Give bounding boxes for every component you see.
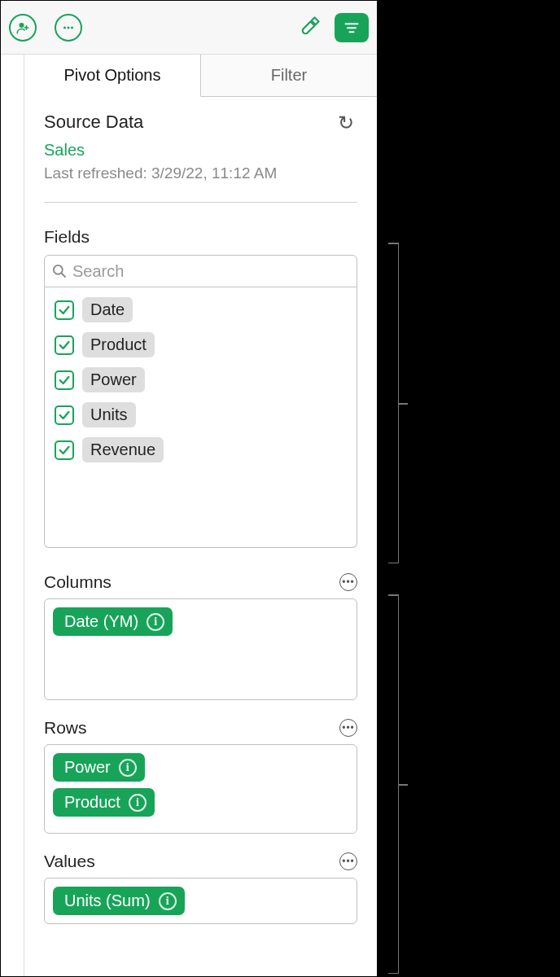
field-chip-power[interactable]: Power xyxy=(82,367,145,392)
info-icon[interactable]: i xyxy=(147,613,164,631)
fields-search-input[interactable] xyxy=(72,262,350,281)
callout-bracket-fields xyxy=(383,243,399,563)
check-icon xyxy=(58,374,71,387)
field-item-units: Units xyxy=(55,402,347,427)
svg-point-1 xyxy=(63,26,66,28)
divider xyxy=(44,202,357,203)
field-item-revenue: Revenue xyxy=(55,437,347,462)
source-data-title: Source Data xyxy=(44,112,143,133)
chip-label: Power xyxy=(64,758,111,777)
rows-dropzone[interactable]: Power i Product i xyxy=(44,744,357,834)
tab-bar: Pivot Options Filter xyxy=(24,55,377,97)
paintbrush-icon xyxy=(296,15,321,40)
check-icon xyxy=(58,444,71,457)
app-window: Pivot Options Filter Source Data ↻ Sales… xyxy=(0,0,378,977)
rows-more-button[interactable]: ••• xyxy=(339,719,357,737)
canvas-sliver xyxy=(1,55,24,976)
fields-heading: Fields xyxy=(44,227,357,247)
fields-search[interactable] xyxy=(44,255,357,287)
info-icon[interactable]: i xyxy=(159,892,177,910)
tab-pivot-options[interactable]: Pivot Options xyxy=(24,55,201,97)
chip-label: Product xyxy=(64,793,120,812)
field-chip-date[interactable]: Date xyxy=(82,297,133,322)
tab-filter[interactable]: Filter xyxy=(201,55,377,97)
chip-label: Units (Sum) xyxy=(64,892,151,910)
field-checkbox-power[interactable] xyxy=(55,370,74,390)
ellipsis-icon: ••• xyxy=(342,856,355,867)
fields-list: Date Product Power xyxy=(44,287,357,548)
field-checkbox-product[interactable] xyxy=(55,335,74,355)
row-chip-power[interactable]: Power i xyxy=(53,753,145,782)
value-chip-units-sum[interactable]: Units (Sum) i xyxy=(53,887,185,915)
field-chip-product[interactable]: Product xyxy=(82,332,155,357)
row-chip-product[interactable]: Product i xyxy=(53,788,155,817)
ellipsis-icon: ••• xyxy=(342,576,355,588)
more-actions-button[interactable] xyxy=(55,14,82,42)
field-chip-units[interactable]: Units xyxy=(82,402,136,427)
toolbar-left xyxy=(9,14,82,42)
organize-panel-button[interactable] xyxy=(335,13,369,42)
field-item-power: Power xyxy=(55,367,347,392)
svg-rect-6 xyxy=(349,31,355,33)
source-data-header: Source Data ↻ xyxy=(44,112,357,138)
last-refreshed-label: Last refreshed: 3/29/22, 11:12 AM xyxy=(44,164,357,182)
info-icon[interactable]: i xyxy=(129,794,147,812)
refresh-button[interactable]: ↻ xyxy=(335,112,357,134)
svg-point-0 xyxy=(20,23,24,28)
field-chip-revenue[interactable]: Revenue xyxy=(82,437,164,462)
values-dropzone[interactable]: Units (Sum) i xyxy=(44,878,357,924)
check-icon xyxy=(58,304,71,317)
refresh-icon: ↻ xyxy=(338,112,354,134)
svg-rect-5 xyxy=(347,27,357,28)
svg-point-3 xyxy=(71,26,73,28)
panel-content: Source Data ↻ Sales Last refreshed: 3/29… xyxy=(24,97,377,976)
info-icon[interactable]: i xyxy=(119,759,137,777)
check-icon xyxy=(58,339,71,352)
search-icon xyxy=(51,263,68,279)
column-chip-date-ym[interactable]: Date (YM) i xyxy=(53,607,173,636)
rows-heading: Rows xyxy=(44,718,87,738)
callout-bracket-areas xyxy=(383,594,399,974)
values-heading: Values xyxy=(44,852,95,871)
columns-heading: Columns xyxy=(44,572,112,592)
sidebar-panel: Pivot Options Filter Source Data ↻ Sales… xyxy=(24,55,377,976)
ellipsis-icon xyxy=(61,20,76,35)
add-collaborator-button[interactable] xyxy=(9,14,37,42)
field-checkbox-revenue[interactable] xyxy=(55,440,74,460)
ellipsis-icon: ••• xyxy=(342,722,355,734)
chip-label: Date (YM) xyxy=(64,612,138,631)
columns-more-button[interactable]: ••• xyxy=(339,573,357,591)
svg-line-8 xyxy=(62,274,66,278)
values-more-button[interactable]: ••• xyxy=(339,852,357,870)
columns-section: Columns ••• Date (YM) i xyxy=(44,572,357,700)
svg-point-2 xyxy=(68,26,70,28)
columns-dropzone[interactable]: Date (YM) i xyxy=(44,598,357,700)
field-item-product: Product xyxy=(55,332,347,357)
check-icon xyxy=(58,409,71,422)
toolbar-right xyxy=(294,13,369,42)
rows-section: Rows ••• Power i Product i xyxy=(44,718,357,834)
toolbar xyxy=(1,1,377,55)
field-item-date: Date xyxy=(55,297,347,322)
format-button[interactable] xyxy=(294,13,323,42)
field-checkbox-units[interactable] xyxy=(55,405,74,425)
filter-lines-icon xyxy=(343,22,360,33)
svg-point-7 xyxy=(54,265,63,274)
field-checkbox-date[interactable] xyxy=(55,300,74,320)
person-plus-icon xyxy=(15,20,30,35)
svg-rect-4 xyxy=(345,23,359,24)
source-table-name[interactable]: Sales xyxy=(44,141,357,160)
values-section: Values ••• Units (Sum) i xyxy=(44,852,357,924)
